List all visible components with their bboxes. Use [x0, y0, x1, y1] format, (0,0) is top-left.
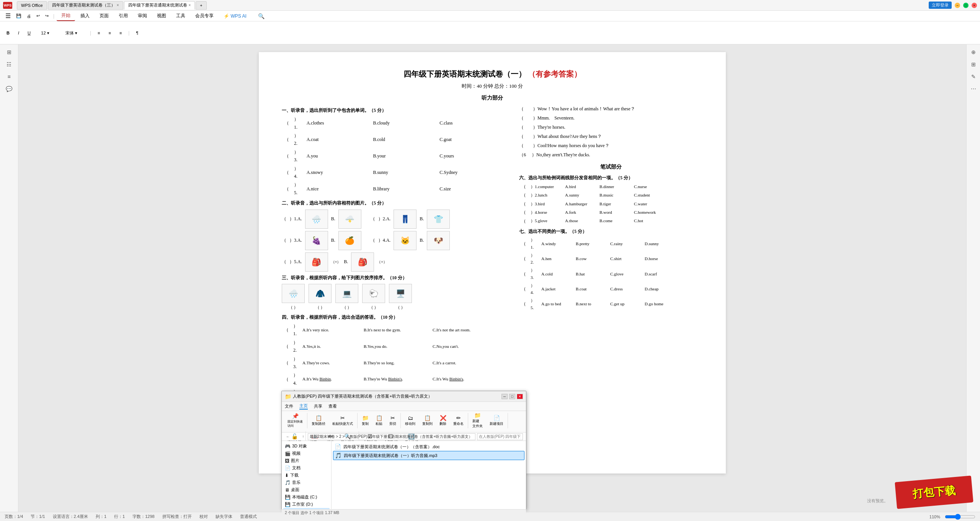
- fe-tab-view[interactable]: 查看: [328, 403, 337, 409]
- ribbon-tab-page[interactable]: 页面: [95, 11, 113, 21]
- fe-nav-ddrive[interactable]: 💾 工作室 (D:): [283, 501, 330, 508]
- fe-nav-download-label: 下载: [290, 472, 299, 478]
- align-center[interactable]: ≡: [105, 29, 114, 37]
- right-icon-4[interactable]: ⋯: [969, 84, 978, 93]
- fe-tab-file[interactable]: 文件: [285, 403, 293, 409]
- part7-table: （ ）1. A.windy B.pretty C.rainy D.sunny （…: [519, 236, 703, 311]
- ribbon-tab-home[interactable]: 开始: [57, 11, 75, 21]
- fe-paste-shortcut-icon: ✂: [340, 415, 345, 421]
- fe-rename-btn[interactable]: ✏ 重命名: [451, 414, 466, 428]
- format-bold[interactable]: B: [3, 29, 13, 37]
- opt-d: D.horse: [642, 251, 703, 266]
- fe-nav-docs[interactable]: 📄 文档: [283, 464, 330, 472]
- ribbon-tab-tools[interactable]: 工具: [172, 11, 190, 21]
- fe-paste-btn[interactable]: 📋 粘贴: [373, 414, 385, 428]
- status-row: 行：1: [114, 514, 125, 519]
- tab-new[interactable]: +: [196, 1, 206, 10]
- paragraph-spacing[interactable]: ¶: [132, 29, 142, 37]
- menu-icon[interactable]: ☰: [3, 12, 13, 20]
- font-size-select[interactable]: 12 ▾: [36, 29, 55, 37]
- table-row: （ ）4. A.It's Wu Binbin. B.They're Wu Bin…: [282, 371, 504, 387]
- img-sep2: B.: [420, 215, 424, 223]
- fe-tab-share[interactable]: 共享: [314, 403, 322, 409]
- font-family-select[interactable]: 宋体 ▾: [56, 29, 87, 38]
- tab-doc2[interactable]: 四年级下册英语通期末统测试卷 ×: [124, 1, 195, 10]
- bracket: （: [282, 355, 291, 371]
- ribbon-tab-ref[interactable]: 引用: [114, 11, 132, 21]
- opt-a: A.Yes,it is.: [300, 338, 361, 355]
- fe-copy-path-btn[interactable]: 📋 复制路径: [309, 414, 328, 428]
- search-ribbon-icon[interactable]: 🔍: [255, 13, 268, 19]
- img-3a: 🍇: [305, 231, 328, 250]
- table-row: （ ）2. A.Yes,it is. B.Yes,you do. C.No,yo…: [282, 338, 504, 355]
- fe-nav-3d[interactable]: 🎮 3D 对象: [283, 442, 330, 450]
- ribbon-tab-review[interactable]: 审阅: [133, 11, 152, 21]
- img-num: ）1.A.: [289, 215, 302, 223]
- fe-cut-btn[interactable]: ✂ 剪切: [387, 414, 399, 428]
- ribbon-tab-vip[interactable]: 会员专享: [191, 11, 218, 21]
- fe-nav-pictures[interactable]: 🖼 图片: [283, 457, 330, 464]
- fe-minimize-button[interactable]: ─: [501, 394, 508, 399]
- fe-paste-shortcut-btn[interactable]: ✂ 粘贴快捷方式: [330, 414, 356, 428]
- format-italic[interactable]: I: [15, 29, 23, 37]
- status-col: 列：1: [96, 514, 106, 519]
- fe-tab-home[interactable]: 主页: [299, 403, 308, 410]
- fe-newfolder-btn[interactable]: 📁 新建文件夹: [470, 411, 485, 430]
- img-5b: 🎒: [351, 252, 374, 272]
- login-button[interactable]: 立即登录: [929, 2, 952, 9]
- fe-maximize-button[interactable]: □: [509, 394, 515, 399]
- undo-icon[interactable]: ↩: [34, 13, 42, 18]
- minimize-button[interactable]: –: [955, 3, 960, 8]
- align-right[interactable]: ≡: [116, 29, 125, 37]
- right-icon-2[interactable]: ⊞: [969, 60, 978, 69]
- fe-copy-btn[interactable]: 📁 复制: [359, 414, 371, 428]
- save-icon[interactable]: 💾: [14, 13, 24, 18]
- fe-copyto-btn[interactable]: 📋 复制到: [420, 414, 435, 428]
- fe-nav-music[interactable]: 🎵 音乐: [283, 479, 330, 486]
- img-4b: 🐶: [427, 231, 450, 250]
- fe-search-input[interactable]: [477, 433, 523, 440]
- q-num: ）2.: [528, 251, 539, 266]
- fe-back-btn[interactable]: ←: [285, 434, 291, 440]
- zoom-slider[interactable]: [945, 514, 975, 520]
- ribbon-tab-wpsai[interactable]: ⚡ WPS AI: [219, 12, 251, 20]
- tab-doc1-close-icon[interactable]: ×: [117, 3, 119, 7]
- fe-pin-btn[interactable]: 📌 固定到快速访问: [285, 412, 305, 429]
- fe-moveto-btn[interactable]: 🗂 移动到: [402, 414, 418, 428]
- sidebar-icon-outline[interactable]: ≡: [5, 72, 14, 81]
- fe-nav-cdrive[interactable]: 💾 本地磁盘 (C:): [283, 493, 330, 501]
- fe-file-doc[interactable]: 📄 四年级下册英语期末统测试卷（一）（含答案）.doc: [333, 442, 524, 451]
- dialog-item5: （ ）Cool!How many horses do you have？: [519, 141, 703, 150]
- fe-nav-desktop[interactable]: 🖥 桌面: [283, 486, 330, 493]
- align-left[interactable]: ≡: [94, 29, 103, 37]
- fe-nav-edrive[interactable]: 💾 老磁盘 (E:): [283, 508, 330, 509]
- fe-newitem-btn[interactable]: 📄 新建项目: [487, 414, 506, 428]
- sidebar-icon-comment[interactable]: 💬: [5, 84, 14, 93]
- right-icon-3[interactable]: ✎: [969, 72, 978, 81]
- fe-address-path[interactable]: 最新2期末试卷 > 2 > 人教版(PEP) 四年级下册英语期末统测试卷（含答案…: [308, 433, 475, 440]
- ribbon-tab-view[interactable]: 视图: [152, 11, 171, 21]
- sidebar-icon-nav[interactable]: ⊞: [5, 48, 14, 57]
- print-icon[interactable]: 🖨: [24, 14, 33, 18]
- sidebar-icon-thumbs[interactable]: ☷: [5, 60, 14, 69]
- fe-up-btn[interactable]: ↑: [300, 434, 306, 440]
- fe-close-button[interactable]: ✕: [517, 394, 523, 399]
- fe-delete-btn[interactable]: ❌ 删除: [437, 414, 449, 428]
- ribbon-tab-insert[interactable]: 插入: [76, 11, 94, 21]
- fe-nav-video[interactable]: 🎬 视频: [283, 450, 330, 457]
- format-underline[interactable]: U: [24, 29, 34, 37]
- fe-file-mp3[interactable]: 🎵 四年级下册英语期末统测试卷（一）听力音频.mp3: [333, 451, 524, 460]
- fe-file-doc-name: 四年级下册英语期末统测试卷（一）（含答案）.doc: [343, 444, 440, 450]
- close-button[interactable]: ×: [972, 3, 977, 8]
- redo-icon[interactable]: ↪: [43, 13, 51, 18]
- fe-forward-btn[interactable]: →: [292, 434, 299, 440]
- maximize-button[interactable]: □: [963, 3, 969, 8]
- tab-doc2-close-icon[interactable]: ×: [189, 3, 191, 7]
- opt-a: A.hamburger: [563, 200, 597, 208]
- tab-doc1[interactable]: 四年级下册英语期末测试卷（三） ×: [48, 1, 123, 10]
- tab-wps-home[interactable]: WPS Office: [17, 1, 47, 10]
- img-num2: ）2.A.: [378, 215, 391, 223]
- right-icon-1[interactable]: ⊕: [969, 48, 978, 57]
- section-ting: 听力部分: [282, 93, 703, 103]
- fe-nav-download[interactable]: ⬇ 下载: [283, 472, 330, 479]
